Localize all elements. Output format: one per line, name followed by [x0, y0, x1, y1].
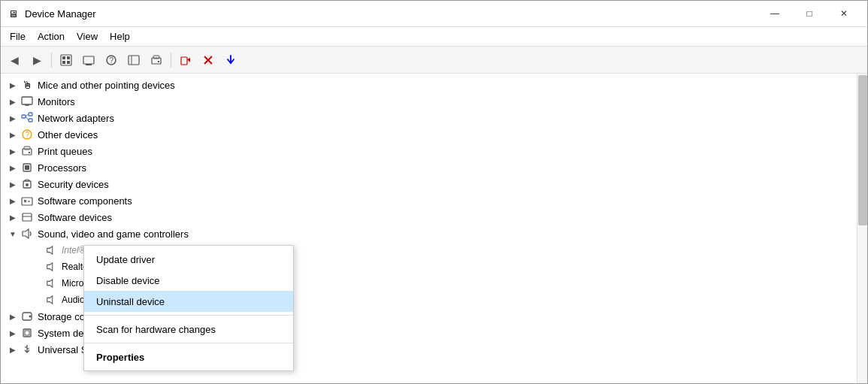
toolbar-btn2[interactable] [78, 50, 99, 70]
svg-rect-21 [29, 113, 32, 116]
expand-storage[interactable]: ▶ [7, 310, 19, 322]
sw-devices-label: Software devices [38, 212, 112, 223]
expand-sw-devices[interactable]: ▶ [7, 211, 19, 223]
svg-rect-38 [23, 213, 32, 221]
svg-rect-13 [158, 61, 159, 62]
context-disable-device[interactable]: Disable device [84, 270, 293, 291]
expand-network[interactable]: ▶ [7, 112, 19, 124]
minimize-button[interactable]: — [758, 1, 792, 27]
window-controls: — □ ✕ [758, 1, 861, 27]
app-icon: 🖥 [7, 8, 19, 20]
system-icon [20, 326, 34, 340]
sw-devices-icon [20, 210, 34, 224]
monitors-label: Monitors [38, 96, 75, 107]
processors-icon [20, 161, 34, 174]
expand-sound-c2 [31, 261, 43, 273]
sound-c1-icon [44, 243, 58, 257]
svg-rect-29 [29, 152, 30, 153]
close-button[interactable]: ✕ [827, 1, 861, 27]
menu-action[interactable]: Action [32, 29, 71, 44]
svg-rect-5 [83, 56, 94, 64]
toolbar-btn7[interactable] [198, 50, 219, 70]
svg-rect-22 [29, 119, 32, 122]
expand-sw-components[interactable]: ▶ [7, 195, 19, 207]
toolbar-sep1 [51, 53, 52, 68]
svg-point-41 [29, 316, 32, 318]
svg-rect-9 [129, 56, 139, 65]
context-update-driver[interactable]: Update driver [84, 249, 293, 270]
tree-item-print[interactable]: ▶ Print queues [1, 143, 857, 159]
svg-rect-20 [22, 115, 26, 118]
sound-label: Sound, video and game controllers [38, 228, 189, 240]
expand-other[interactable]: ▶ [7, 129, 19, 141]
svg-rect-1 [62, 56, 65, 59]
menu-file[interactable]: File [4, 29, 32, 44]
menu-view[interactable]: View [71, 29, 104, 44]
other-icon: ? [20, 128, 34, 141]
tree-item-other[interactable]: ▶ ? Other devices [1, 126, 857, 143]
tree-item-sw-devices[interactable]: ▶ Software devices [1, 209, 857, 225]
toolbar: ◀ ▶ ? [1, 47, 867, 74]
tree-item-sw-components[interactable]: ▶ Software components [1, 192, 857, 209]
tree-item-security[interactable]: ▶ Security devices [1, 176, 857, 192]
scrollbar-thumb[interactable] [858, 75, 867, 225]
svg-rect-6 [86, 64, 92, 65]
expand-sound-c4 [31, 294, 43, 306]
context-menu: Update driver Disable device Uninstall d… [83, 245, 294, 371]
tree-item-monitors[interactable]: ▶ Monitors [1, 93, 857, 110]
expand-print[interactable]: ▶ [7, 145, 19, 157]
svg-rect-43 [25, 331, 29, 335]
device-manager-window: 🖥 Device Manager — □ ✕ File Action View … [0, 0, 868, 384]
svg-text:?: ? [110, 56, 114, 65]
svg-point-33 [26, 183, 29, 186]
usb-icon [20, 343, 34, 356]
svg-rect-34 [22, 198, 32, 205]
context-scan[interactable]: Scan for hardware changes [84, 319, 293, 340]
mice-label: Mice and other pointing devices [38, 80, 175, 91]
expand-usb[interactable]: ▶ [7, 343, 19, 355]
print-icon [20, 144, 34, 158]
network-icon [20, 111, 34, 125]
expand-mice[interactable]: ▶ [7, 79, 19, 91]
mice-icon: 🖱 [20, 78, 34, 92]
svg-rect-17 [22, 97, 32, 104]
context-divider2 [84, 343, 293, 343]
expand-monitors[interactable]: ▶ [7, 95, 19, 107]
expand-sound-c3 [31, 277, 43, 289]
tree-item-mice[interactable]: ▶ 🖱 Mice and other pointing devices [1, 77, 857, 93]
toolbar-sep2 [171, 53, 171, 68]
toolbar-back[interactable]: ◀ [4, 50, 25, 70]
sw-components-icon [20, 194, 34, 207]
toolbar-btn1[interactable] [56, 50, 77, 70]
maximize-button[interactable]: □ [792, 1, 827, 27]
security-label: Security devices [38, 179, 109, 190]
tree-item-processors[interactable]: ▶ Processors [1, 159, 857, 176]
sound-c2-icon [44, 260, 58, 274]
tree-item-network[interactable]: ▶ Network adapters [1, 110, 857, 126]
toolbar-btn8[interactable] [220, 50, 241, 70]
title-bar: 🖥 Device Manager — □ ✕ [1, 1, 867, 27]
storage-icon [20, 310, 34, 323]
other-label: Other devices [38, 129, 98, 141]
print-label: Print queues [38, 146, 92, 157]
tree-item-sound[interactable]: ▼ Sound, video and game controllers [1, 225, 857, 242]
sw-components-label: Software components [38, 195, 132, 207]
expand-sound-c1 [31, 244, 43, 256]
expand-security[interactable]: ▶ [7, 178, 19, 190]
svg-line-24 [26, 116, 29, 120]
toolbar-forward[interactable]: ▶ [26, 50, 47, 70]
context-uninstall-device[interactable]: Uninstall device [84, 291, 293, 312]
svg-rect-2 [67, 56, 70, 59]
sound-icon [20, 227, 34, 240]
expand-system[interactable]: ▶ [7, 327, 19, 339]
menu-help[interactable]: Help [104, 29, 136, 44]
toolbar-btn4[interactable] [123, 50, 144, 70]
context-properties[interactable]: Properties [84, 346, 293, 367]
expand-sound[interactable]: ▼ [7, 228, 19, 240]
sound-c3-icon [44, 277, 58, 290]
expand-processors[interactable]: ▶ [7, 162, 19, 174]
toolbar-btn3[interactable]: ? [101, 50, 122, 70]
toolbar-btn6[interactable] [175, 50, 196, 70]
scrollbar[interactable] [857, 74, 867, 383]
toolbar-btn5[interactable] [146, 50, 167, 70]
